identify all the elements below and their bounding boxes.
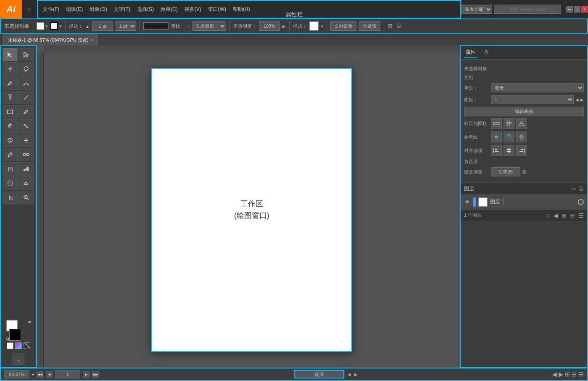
rotate-tool[interactable] xyxy=(3,119,18,133)
layers-create-btn[interactable]: ⊕ xyxy=(562,212,567,219)
doc-settings-button[interactable]: 文档设置 xyxy=(330,21,356,31)
artboard-num-input[interactable] xyxy=(55,370,80,378)
menu-effect[interactable]: 效果(C) xyxy=(157,0,181,18)
align-center-icon[interactable] xyxy=(504,145,514,156)
status-icon-4[interactable]: ⊟ xyxy=(572,371,577,378)
point-type-dropdown[interactable]: 5 点圆形 xyxy=(192,21,226,31)
unit-dropdown[interactable]: 毫米 xyxy=(491,83,584,92)
tab-close-button[interactable]: × xyxy=(91,38,93,42)
stroke-up-arrow[interactable]: ▲ xyxy=(85,24,90,29)
scale-tool[interactable] xyxy=(18,119,34,133)
stroke-width-dropdown[interactable]: 1 pt xyxy=(116,21,136,31)
stroke-arrow[interactable]: ▾ xyxy=(59,24,62,29)
arrange-icon[interactable]: ⊞ xyxy=(388,23,393,29)
menu-object[interactable]: 对象(O) xyxy=(86,0,110,18)
page-first-button[interactable]: ◀◀ xyxy=(37,371,43,378)
stroke-width-input[interactable] xyxy=(92,21,113,31)
tab-library[interactable]: 库 xyxy=(483,48,491,58)
restore-button[interactable]: □ xyxy=(574,6,580,13)
artboard-dropdown[interactable]: 1 xyxy=(491,95,574,104)
workspace-selector[interactable]: 基本功能 xyxy=(461,5,492,14)
style-arrow[interactable]: ▾ xyxy=(321,24,323,29)
direct-selection-tool[interactable] xyxy=(18,48,34,61)
tab-properties[interactable]: 属性 xyxy=(464,48,477,58)
warp-tool[interactable] xyxy=(3,134,18,147)
layer-visibility-toggle[interactable]: 👁 xyxy=(464,199,471,205)
status-icon-2[interactable]: ▶ xyxy=(559,371,563,378)
chart-tool[interactable] xyxy=(18,162,34,176)
rect-tool[interactable] xyxy=(3,105,18,118)
guide-icon-2[interactable] xyxy=(504,131,514,142)
selection-tool[interactable] xyxy=(3,48,18,61)
page-next-button[interactable]: ▶ xyxy=(83,371,90,378)
magic-wand-tool[interactable] xyxy=(3,62,18,76)
layer-target-indicator[interactable] xyxy=(578,199,584,205)
status-text-input[interactable] xyxy=(294,370,344,378)
blend-tool[interactable] xyxy=(18,148,34,161)
page-prev-button[interactable]: ◀ xyxy=(46,371,53,378)
status-icon-5[interactable]: ☰ xyxy=(578,371,584,378)
curvature-tool[interactable] xyxy=(18,76,34,90)
lasso-tool[interactable] xyxy=(18,62,34,76)
guide-icon-3[interactable] xyxy=(516,131,527,142)
style-swatch[interactable] xyxy=(309,21,319,31)
width-tool[interactable] xyxy=(18,134,34,147)
pattern-swatch[interactable] xyxy=(24,342,30,349)
menu-select[interactable]: 选择(S) xyxy=(134,0,157,18)
opacity-arrow[interactable]: ▶ xyxy=(282,24,286,29)
status-left-arrow[interactable]: ◀ xyxy=(348,372,351,377)
menu-type[interactable]: 文字(T) xyxy=(111,0,134,18)
align-right-icon[interactable] xyxy=(516,145,527,156)
hand-tool[interactable] xyxy=(3,191,18,204)
zoom-input[interactable] xyxy=(4,370,29,378)
pen-tool[interactable] xyxy=(3,76,18,90)
layers-menu-icon[interactable]: ☰ xyxy=(578,186,584,192)
status-icon-1[interactable]: ◀ xyxy=(552,371,557,378)
status-icon-3[interactable]: ⊞ xyxy=(565,371,570,378)
eyedropper-tool[interactable] xyxy=(3,148,18,161)
home-button[interactable]: ⌂ xyxy=(22,0,37,18)
swap-colors-icon[interactable]: ⇄ xyxy=(28,320,31,324)
artboard-prev-icon[interactable]: ◀ xyxy=(575,97,579,102)
fill-arrow[interactable]: ▾ xyxy=(45,24,48,29)
ruler-icon-1[interactable] xyxy=(491,118,502,129)
eraser-tool[interactable] xyxy=(18,176,34,190)
menu-view[interactable]: 视图(V) xyxy=(181,0,205,18)
fill-swatch[interactable] xyxy=(37,22,44,30)
fill-none-swatch[interactable] xyxy=(7,342,13,349)
artboard-next-icon[interactable]: ▶ xyxy=(580,97,584,102)
layer-row[interactable]: 👁 图层 1 xyxy=(461,195,587,209)
close-button[interactable]: × xyxy=(581,6,588,13)
search-box[interactable] xyxy=(494,5,561,14)
artboard-tool[interactable] xyxy=(3,176,18,190)
opacity-input[interactable] xyxy=(259,21,280,31)
more-tools-button[interactable]: ... xyxy=(13,353,24,365)
layers-new-sublayer-btn[interactable]: ◁ xyxy=(546,212,550,219)
menu-file[interactable]: 文件(F) xyxy=(40,0,63,18)
menu-help[interactable]: 帮助(H) xyxy=(229,0,253,18)
more-icon[interactable]: ☰ xyxy=(397,23,402,29)
layers-search-btn[interactable]: ☰ xyxy=(578,212,584,219)
menu-window[interactable]: 窗口(W) xyxy=(205,0,229,18)
align-left-icon[interactable] xyxy=(491,145,502,156)
symbol-tool[interactable]: 冋 xyxy=(3,162,18,176)
keyboard-increment-input[interactable] xyxy=(491,167,520,176)
guide-icon-1[interactable] xyxy=(491,131,502,142)
zoom-dropdown-arrow[interactable]: ▾ xyxy=(32,372,34,377)
default-colors-icon[interactable]: ◪ xyxy=(6,336,10,341)
minimize-button[interactable]: ─ xyxy=(566,6,573,13)
document-tab[interactable]: 未标题-1 @ 66.67% (CMYK/GPU 预览) × xyxy=(3,34,98,45)
background-color[interactable] xyxy=(9,329,21,341)
layers-delete-btn[interactable]: ⊖ xyxy=(570,212,575,219)
page-last-button[interactable]: ▶▶ xyxy=(92,371,99,378)
pencil-tool[interactable] xyxy=(18,105,34,118)
zoom-tool[interactable] xyxy=(18,191,34,204)
line-tool[interactable] xyxy=(18,91,34,104)
layers-collapse-icon[interactable]: «» xyxy=(571,187,576,191)
stroke-swatch[interactable] xyxy=(50,22,58,30)
gradient-swatch[interactable] xyxy=(15,342,22,349)
grid-icon[interactable] xyxy=(504,118,514,129)
preferences-button[interactable]: 首选项 xyxy=(359,21,380,31)
status-right-arrow[interactable]: ▶ xyxy=(354,372,358,377)
type-tool[interactable]: T xyxy=(3,91,18,104)
